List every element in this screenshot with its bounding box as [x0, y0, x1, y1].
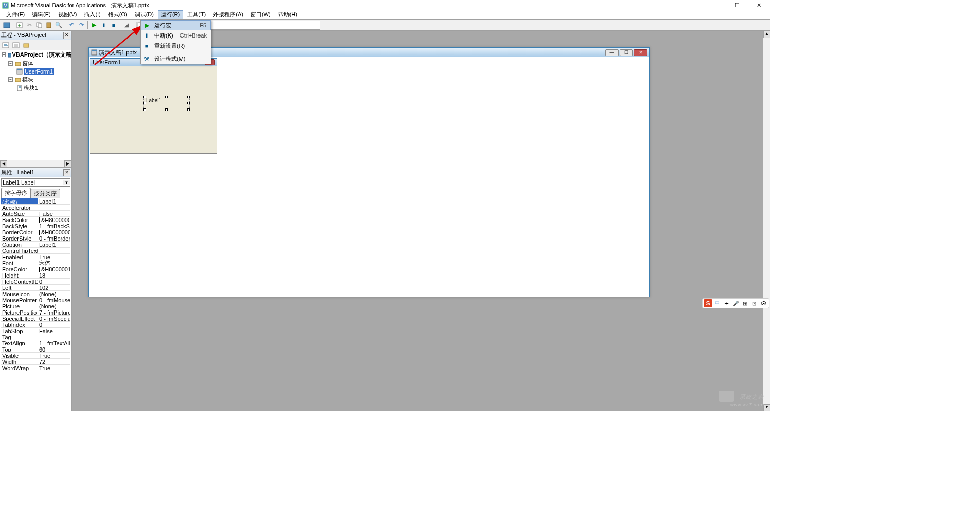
view-ppt-button[interactable]: [2, 21, 11, 30]
workspace-scrollbar[interactable]: ▲ ▼: [763, 31, 770, 411]
property-row-backcolor[interactable]: BackColor&H8000000F&: [1, 217, 70, 223]
menu-w[interactable]: 窗口(W): [247, 10, 274, 19]
view-code-button[interactable]: [1, 41, 10, 49]
designer-body[interactable]: UserForm1 ✕ Label1: [89, 57, 649, 297]
menu-item-重新设置R[interactable]: ■重新设置(R): [141, 41, 211, 51]
break-button[interactable]: ⏸: [99, 21, 108, 30]
property-row-caption[interactable]: CaptionLabel1: [1, 242, 70, 248]
property-value[interactable]: &H8000000F&: [38, 217, 70, 223]
resize-handle-nw[interactable]: [143, 96, 146, 98]
property-value[interactable]: 0: [38, 279, 70, 284]
property-row-height[interactable]: Height18: [1, 272, 70, 279]
find-button[interactable]: 🔍: [54, 21, 63, 30]
ime-item-2[interactable]: 🎤: [732, 299, 740, 307]
property-value[interactable]: 7 - fmPicture: [38, 309, 70, 315]
property-row-font[interactable]: Font宋体: [1, 260, 70, 266]
menu-o[interactable]: 格式(O): [105, 10, 131, 19]
mdi-maximize[interactable]: ☐: [620, 49, 633, 56]
scroll-left[interactable]: ◀: [0, 160, 7, 167]
ime-item-5[interactable]: ⦿: [759, 299, 768, 307]
property-row-borderstyle[interactable]: BorderStyle0 - fmBorderS: [1, 235, 70, 242]
property-grid[interactable]: (名称)Label1AcceleratorAutoSizeFalseBackCo…: [1, 198, 70, 411]
minimize-button[interactable]: —: [710, 2, 722, 9]
resize-handle-s[interactable]: [165, 108, 168, 111]
property-row-[interactable]: (名称)Label1: [1, 198, 70, 205]
property-row-left[interactable]: Left102: [1, 285, 70, 291]
object-selector[interactable]: Label1 Label ▼: [1, 178, 70, 187]
dropdown-arrow-icon[interactable]: ▼: [63, 180, 70, 185]
property-row-tabstop[interactable]: TabStopFalse: [1, 328, 70, 334]
ime-item-4[interactable]: ⊡: [750, 299, 758, 307]
property-row-enabled[interactable]: EnabledTrue: [1, 254, 70, 260]
menu-f[interactable]: 文件(F): [3, 10, 28, 19]
property-row-visible[interactable]: VisibleTrue: [1, 353, 70, 359]
design-mode-button[interactable]: ◢: [122, 21, 131, 30]
property-row-picture[interactable]: Picture(None): [1, 303, 70, 309]
ime-toolbar[interactable]: S 中✦🎤⊞⊡⦿: [702, 298, 769, 308]
resize-handle-sw[interactable]: [143, 108, 146, 111]
property-row-mousepointer[interactable]: MousePointer0 - fmMousePo: [1, 297, 70, 303]
property-value[interactable]: 1 - fmBackSty: [38, 223, 70, 229]
resize-handle-n[interactable]: [165, 96, 168, 98]
project-pane-close[interactable]: ✕: [63, 32, 70, 39]
property-value[interactable]: Label1: [38, 242, 70, 247]
property-row-forecolor[interactable]: ForeColor&H80000012&: [1, 266, 70, 272]
property-value[interactable]: 1 - fmTextAli: [38, 340, 70, 346]
maximize-button[interactable]: ☐: [731, 2, 743, 9]
mdi-close[interactable]: ✕: [634, 49, 647, 56]
scroll-right[interactable]: ▶: [64, 160, 71, 167]
menu-e[interactable]: 编辑(E): [29, 10, 54, 19]
insert-button[interactable]: [15, 21, 24, 30]
property-row-bordercolor[interactable]: BorderColor&H80000006&: [1, 229, 70, 235]
property-value[interactable]: (None): [38, 303, 70, 309]
property-row-wordwrap[interactable]: WordWrapTrue: [1, 365, 70, 371]
scroll-down[interactable]: ▼: [763, 404, 770, 411]
property-row-backstyle[interactable]: BackStyle1 - fmBackSty: [1, 223, 70, 229]
menu-h[interactable]: 帮助(H): [275, 10, 300, 19]
menu-t[interactable]: 工具(T): [184, 10, 209, 19]
resize-handle-e[interactable]: [187, 102, 190, 104]
copy-button[interactable]: [34, 21, 44, 30]
undo-button[interactable]: ↶: [67, 21, 76, 30]
property-value[interactable]: (None): [38, 291, 70, 297]
property-value[interactable]: True: [38, 353, 70, 358]
property-row-helpcontextid[interactable]: HelpContextID0: [1, 279, 70, 285]
tree-item-userform1[interactable]: UserForm1: [0, 68, 71, 75]
tree-item-module1[interactable]: 模块1: [0, 84, 71, 93]
property-value[interactable]: True: [38, 254, 70, 260]
userform-surface[interactable]: Label1: [90, 66, 217, 154]
menu-d[interactable]: 调试(D): [132, 10, 157, 19]
property-value[interactable]: Label1: [38, 198, 70, 204]
property-row-mouseicon[interactable]: MouseIcon(None): [1, 291, 70, 297]
redo-button[interactable]: ↷: [77, 21, 86, 30]
property-value[interactable]: [38, 205, 70, 210]
tab-alphabetic[interactable]: 按字母序: [1, 188, 31, 198]
expander-icon[interactable]: −: [8, 61, 13, 66]
menu-item-中断K[interactable]: ⏸中断(K)Ctrl+Break: [141, 30, 211, 41]
menu-item-设计模式M[interactable]: ⚒设计模式(M): [141, 53, 211, 64]
menu-r[interactable]: 运行(R): [158, 10, 183, 19]
property-value[interactable]: 0 - fmSpecial: [38, 316, 70, 321]
property-row-textalign[interactable]: TextAlign1 - fmTextAli: [1, 340, 70, 346]
resize-handle-w[interactable]: [143, 102, 146, 104]
property-row-tabindex[interactable]: TabIndex0: [1, 322, 70, 328]
ime-item-3[interactable]: ⊞: [741, 299, 749, 307]
resize-handle-se[interactable]: [187, 108, 190, 111]
userform-designer[interactable]: UserForm1 ✕ Label1: [90, 58, 217, 154]
property-row-tag[interactable]: Tag: [1, 334, 70, 340]
property-row-specialeffect[interactable]: SpecialEffect0 - fmSpecial: [1, 316, 70, 322]
property-value[interactable]: False: [38, 328, 70, 334]
cut-button[interactable]: ✂: [25, 21, 34, 30]
property-value[interactable]: &H80000006&: [38, 229, 70, 235]
tree-root[interactable]: − VBAProject（演示文稿: [0, 50, 71, 59]
expander-icon[interactable]: −: [8, 77, 13, 82]
property-value[interactable]: [38, 248, 70, 253]
property-value[interactable]: 0: [38, 322, 70, 327]
close-button[interactable]: ✕: [753, 2, 765, 9]
menu-a[interactable]: 外接程序(A): [210, 10, 246, 19]
tree-scrollbar[interactable]: ◀ ▶: [0, 160, 71, 167]
property-value[interactable]: 0 - fmBorderS: [38, 235, 70, 241]
property-value[interactable]: 60: [38, 346, 70, 352]
tree-folder-forms[interactable]: − 窗体: [0, 59, 71, 68]
property-row-autosize[interactable]: AutoSizeFalse: [1, 211, 70, 217]
